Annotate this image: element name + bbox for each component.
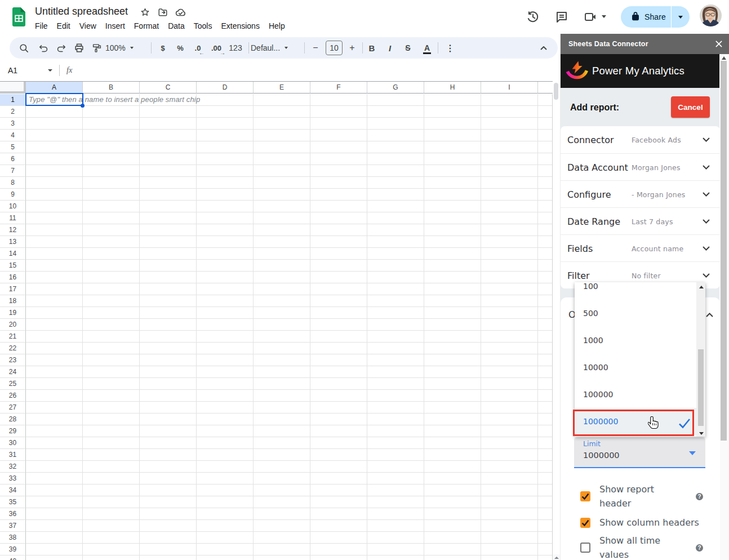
- menu-format[interactable]: Format: [130, 20, 163, 33]
- column-header-G[interactable]: G: [367, 82, 424, 94]
- dropdown-option-100[interactable]: 100: [575, 273, 696, 300]
- column-header-H[interactable]: H: [424, 82, 481, 94]
- share-button[interactable]: Share: [621, 6, 671, 28]
- dropdown-option-100000[interactable]: 100000: [575, 381, 696, 408]
- row-header-18[interactable]: 18: [0, 295, 26, 307]
- help-icon[interactable]: ?: [696, 493, 703, 500]
- row-header-34[interactable]: 34: [0, 485, 26, 496]
- row-header-39[interactable]: 39: [0, 544, 26, 555]
- avatar[interactable]: [700, 5, 722, 26]
- row-header-37[interactable]: 37: [0, 520, 26, 532]
- redo-button[interactable]: [52, 37, 69, 59]
- dropdown-option-10000[interactable]: 10000: [575, 354, 696, 381]
- close-sidebar-icon[interactable]: [715, 41, 722, 47]
- row-header-22[interactable]: 22: [0, 343, 26, 354]
- increase-font-button[interactable]: +: [344, 37, 361, 59]
- row-header-14[interactable]: 14: [0, 248, 26, 260]
- sidebar-scroll-up-icon[interactable]: [722, 56, 726, 60]
- checkbox-unchecked[interactable]: [580, 543, 590, 553]
- percent-button[interactable]: %: [172, 37, 189, 59]
- name-box-caret-icon[interactable]: [48, 69, 52, 72]
- decrease-font-button[interactable]: −: [307, 37, 324, 59]
- menu-extensions[interactable]: Extensions: [216, 20, 264, 33]
- row-header-4[interactable]: 4: [0, 130, 26, 141]
- dropdown-scroll-up-icon[interactable]: [699, 286, 704, 288]
- row-header-1[interactable]: 1: [0, 94, 26, 106]
- share-caret-button[interactable]: [672, 16, 690, 19]
- row-header-25[interactable]: 25: [0, 378, 26, 390]
- font-select[interactable]: Defaul...: [247, 37, 295, 59]
- column-header-D[interactable]: D: [197, 82, 254, 94]
- column-header-I[interactable]: I: [481, 82, 538, 94]
- cloud-status-icon[interactable]: [175, 8, 185, 17]
- column-header-B[interactable]: B: [83, 82, 140, 94]
- setting-row-connector[interactable]: ConnectorFacebook Ads: [561, 126, 720, 153]
- row-header-10[interactable]: 10: [0, 201, 26, 212]
- dropdown-option-500[interactable]: 500: [575, 300, 696, 327]
- setting-row-fields[interactable]: FieldsAccount name: [561, 234, 720, 261]
- help-icon[interactable]: ?: [696, 544, 703, 552]
- version-history-icon[interactable]: [526, 10, 540, 24]
- row-header-23[interactable]: 23: [0, 354, 26, 366]
- currency-button[interactable]: $: [154, 37, 171, 59]
- row-header-40[interactable]: 40: [0, 555, 26, 560]
- sheets-logo-icon[interactable]: [12, 7, 25, 26]
- undo-button[interactable]: [35, 37, 52, 59]
- move-folder-icon[interactable]: [158, 7, 167, 17]
- grid-cells[interactable]: [26, 94, 553, 560]
- row-header-17[interactable]: 17: [0, 283, 26, 295]
- menu-help[interactable]: Help: [264, 20, 290, 33]
- menu-edit[interactable]: Edit: [52, 20, 75, 33]
- setting-row-configure[interactable]: Configure- Morgan Jones: [561, 180, 720, 207]
- text-color-button[interactable]: A: [419, 37, 435, 59]
- column-header-C[interactable]: C: [140, 82, 197, 94]
- row-header-38[interactable]: 38: [0, 532, 26, 544]
- font-size-box[interactable]: 10: [326, 37, 343, 59]
- document-title[interactable]: Untitled spreadsheet: [35, 6, 128, 17]
- meet-video-icon[interactable]: [584, 10, 597, 24]
- menu-insert[interactable]: Insert: [101, 20, 130, 33]
- strikethrough-button[interactable]: S: [399, 37, 416, 59]
- row-header-16[interactable]: 16: [0, 272, 26, 283]
- number-format-button[interactable]: 123: [227, 37, 244, 59]
- checkbox-checked[interactable]: [580, 491, 590, 501]
- name-box[interactable]: A1: [8, 66, 17, 75]
- star-icon[interactable]: [140, 7, 150, 17]
- search-button[interactable]: [15, 37, 32, 59]
- row-header-9[interactable]: 9: [0, 189, 26, 201]
- dropdown-option-1000[interactable]: 1000: [575, 327, 696, 354]
- row-header-26[interactable]: 26: [0, 390, 26, 402]
- more-toolbar-button[interactable]: ⋮: [442, 37, 459, 59]
- row-header-24[interactable]: 24: [0, 366, 26, 378]
- bold-button[interactable]: B: [363, 37, 380, 59]
- sidebar-scrollbar[interactable]: [719, 54, 729, 560]
- row-header-20[interactable]: 20: [0, 319, 26, 331]
- row-header-3[interactable]: 3: [0, 118, 26, 130]
- row-header-6[interactable]: 6: [0, 153, 26, 165]
- options-collapse-icon[interactable]: [706, 313, 713, 317]
- dropdown-scroll-thumb[interactable]: [698, 349, 704, 426]
- fill-handle[interactable]: [81, 104, 85, 108]
- column-header-F[interactable]: F: [310, 82, 367, 94]
- row-header-31[interactable]: 31: [0, 449, 26, 461]
- row-header-32[interactable]: 32: [0, 461, 26, 473]
- meet-caret-icon[interactable]: [602, 15, 606, 18]
- cancel-button[interactable]: Cancel: [671, 96, 710, 118]
- row-header-8[interactable]: 8: [0, 177, 26, 189]
- row-header-5[interactable]: 5: [0, 141, 26, 153]
- grid-vertical-scrollbar[interactable]: [554, 83, 558, 100]
- setting-row-date-range[interactable]: Date RangeLast 7 days: [561, 207, 720, 234]
- row-header-21[interactable]: 21: [0, 331, 26, 343]
- setting-row-data-account[interactable]: Data AccountMorgan Jones: [561, 153, 720, 180]
- collapse-toolbar-button[interactable]: [536, 37, 552, 59]
- row-header-33[interactable]: 33: [0, 473, 26, 485]
- row-header-13[interactable]: 13: [0, 236, 26, 248]
- italic-button[interactable]: I: [381, 37, 398, 59]
- column-header-A[interactable]: A: [26, 82, 83, 94]
- limit-select[interactable]: Limit 1000000: [574, 438, 705, 468]
- menu-file[interactable]: File: [30, 20, 52, 33]
- row-header-36[interactable]: 36: [0, 508, 26, 520]
- row-header-12[interactable]: 12: [0, 224, 26, 236]
- increase-decimal-button[interactable]: .00→: [208, 37, 225, 59]
- row-header-29[interactable]: 29: [0, 425, 26, 437]
